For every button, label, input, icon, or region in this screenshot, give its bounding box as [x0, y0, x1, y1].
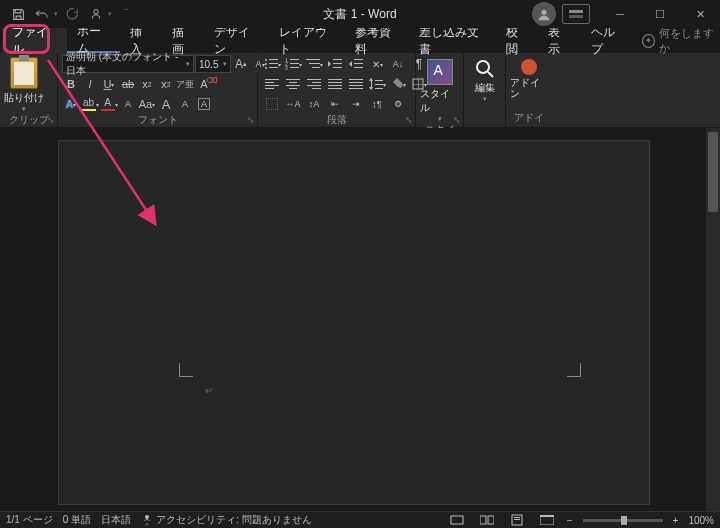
snap-grid-button[interactable] [262, 95, 282, 113]
user-avatar-icon[interactable] [532, 2, 556, 26]
svg-rect-36 [307, 85, 321, 86]
align-right-button[interactable] [304, 75, 324, 93]
decrease-indent-button[interactable] [325, 55, 345, 73]
phonetic-guide-button[interactable]: ア亜 [176, 75, 194, 93]
vertical-scrollbar[interactable] [706, 128, 720, 511]
svg-rect-59 [488, 516, 494, 524]
text-effects-button[interactable]: A▾ [62, 95, 80, 113]
bullets-button[interactable]: ▾ [262, 55, 282, 73]
qat-customize-icon[interactable]: ‾ [116, 4, 136, 24]
bold-button[interactable]: B [62, 75, 80, 93]
svg-rect-62 [514, 519, 520, 520]
svg-rect-42 [349, 79, 363, 80]
shading-button[interactable]: ▾ [388, 75, 408, 93]
ribbon-display-icon[interactable] [562, 4, 590, 24]
focus-mode-button[interactable] [447, 513, 467, 527]
font-color-button[interactable]: A▾ [100, 95, 118, 113]
search-icon [475, 59, 495, 79]
tell-me-search[interactable]: ✦何をしますか [642, 28, 720, 53]
align-center-button[interactable] [283, 75, 303, 93]
zoom-in-button[interactable]: + [673, 515, 679, 526]
print-layout-button[interactable] [507, 513, 527, 527]
save-icon[interactable] [8, 4, 28, 24]
zoom-slider[interactable] [583, 519, 663, 522]
highlight-button[interactable]: ab▾ [81, 95, 99, 113]
line-spacing-button[interactable]: ▾ [367, 75, 387, 93]
strikethrough-button[interactable]: ab [119, 75, 137, 93]
grow-font-a-button[interactable]: A [157, 95, 175, 113]
align-left-button[interactable] [262, 75, 282, 93]
document-page[interactable]: ↵ [58, 140, 650, 505]
underline-button[interactable]: U▾ [100, 75, 118, 93]
para-spacing-button[interactable]: ↨¶ [367, 95, 387, 113]
zoom-level[interactable]: 100% [688, 515, 714, 526]
redo-icon[interactable] [62, 4, 82, 24]
indent-right-button[interactable]: ⇥ [346, 95, 366, 113]
svg-point-9 [265, 67, 267, 69]
tab-references[interactable]: 参考資料 [345, 28, 410, 53]
dropdown-caret-icon[interactable]: ▾ [54, 10, 58, 18]
increase-indent-button[interactable] [346, 55, 366, 73]
distributed-button[interactable] [346, 75, 366, 93]
svg-rect-43 [349, 82, 363, 83]
change-case-button[interactable]: Aa▾ [138, 95, 156, 113]
editing-button[interactable]: 編集 ▾ [468, 55, 501, 103]
svg-rect-3 [569, 15, 583, 18]
grow-font-button[interactable]: A▴ [232, 55, 250, 73]
paste-button[interactable]: 貼り付け ▾ [4, 55, 44, 113]
tab-file[interactable]: ファイル [2, 28, 67, 53]
word-count[interactable]: 0 単語 [63, 513, 91, 527]
margin-mark-icon [567, 363, 581, 377]
dropdown-caret-icon[interactable]: ▾ [108, 10, 112, 18]
tab-mailings[interactable]: 差し込み文書 [409, 28, 496, 53]
group-label-addins: アドイン [510, 111, 548, 127]
clear-formatting-button[interactable]: A⌫ [195, 75, 213, 93]
para-settings-button[interactable]: ⚙ [388, 95, 408, 113]
zoom-slider-thumb[interactable] [621, 516, 627, 525]
indent-left-button[interactable]: ⇤ [325, 95, 345, 113]
web-layout-button[interactable] [537, 513, 557, 527]
minimize-button[interactable]: ─ [600, 0, 640, 28]
multilevel-list-button[interactable]: ▾ [304, 55, 324, 73]
svg-rect-14 [290, 63, 299, 64]
svg-rect-10 [269, 67, 278, 68]
char-spacing-button[interactable]: ↔A [283, 95, 303, 113]
numbering-button[interactable]: 123▾ [283, 55, 303, 73]
superscript-button[interactable]: x2 [157, 75, 175, 93]
justify-button[interactable] [325, 75, 345, 93]
tab-layout[interactable]: レイアウト [269, 28, 345, 53]
addins-button[interactable]: アドイン [510, 55, 548, 99]
subscript-button[interactable]: x2 [138, 75, 156, 93]
account-sync-icon[interactable] [86, 4, 106, 24]
tab-design[interactable]: デザイン [204, 28, 269, 53]
italic-button[interactable]: I [81, 75, 99, 93]
svg-rect-64 [540, 515, 554, 517]
dialog-launcher-icon[interactable]: ⤡ [247, 115, 255, 125]
accessibility-status[interactable]: アクセシビリティ: 問題ありません [141, 513, 312, 527]
read-mode-button[interactable] [477, 513, 497, 527]
dialog-launcher-icon[interactable]: ⤡ [47, 115, 55, 125]
font-size-combo[interactable]: 10.5▾ [195, 55, 231, 73]
char-shading-button[interactable]: A [119, 95, 137, 113]
dialog-launcher-icon[interactable]: ⤡ [405, 115, 413, 125]
document-area: ↵ [0, 128, 720, 511]
styles-button[interactable]: スタイル ▾ [420, 55, 459, 123]
page-indicator[interactable]: 1/1 ページ [6, 513, 53, 527]
dialog-launcher-icon[interactable]: ⤡ [453, 115, 461, 125]
group-font: 游明朝 (本文のフォント - 日本▾ 10.5▾ A▴ A▾ B I U▾ ab… [58, 53, 258, 127]
tab-view[interactable]: 表示 [538, 28, 580, 53]
font-name-combo[interactable]: 游明朝 (本文のフォント - 日本▾ [62, 55, 194, 73]
asian-layout-button[interactable]: ✕▾ [367, 55, 387, 73]
shrink-font-a-button[interactable]: A [176, 95, 194, 113]
zoom-out-button[interactable]: − [567, 515, 573, 526]
language-indicator[interactable]: 日本語 [101, 513, 131, 527]
undo-icon[interactable] [32, 4, 52, 24]
enclose-chars-button[interactable]: A [195, 95, 213, 113]
scrollbar-thumb[interactable] [708, 132, 718, 212]
close-button[interactable]: ✕ [680, 0, 720, 28]
maximize-button[interactable]: ☐ [640, 0, 680, 28]
tab-review[interactable]: 校閲 [496, 28, 538, 53]
tab-help[interactable]: ヘルプ [581, 28, 634, 53]
text-direction-button[interactable]: ↕A [304, 95, 324, 113]
sort-button[interactable]: A↓ [388, 55, 408, 73]
